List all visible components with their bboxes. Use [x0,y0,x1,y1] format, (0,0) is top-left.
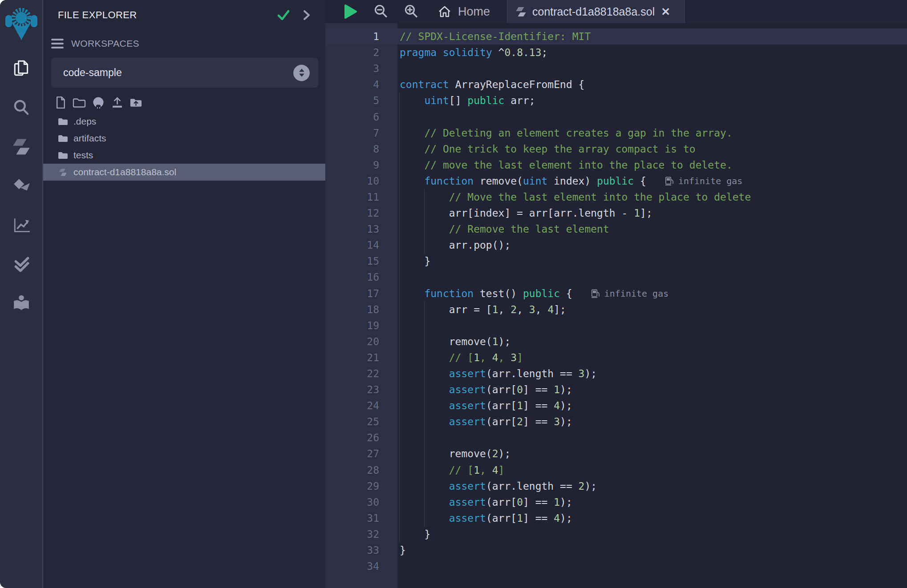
code-line-25[interactable]: 25 assert(arr[2] == 3); [325,414,907,430]
code-line-3[interactable]: 3 [325,60,907,77]
tab-contract-file[interactable]: contract-d1a8818a8a.sol ✕ [507,0,685,23]
editor-tab-bar: Home contract-d1a8818a8a.sol ✕ [325,0,907,23]
gas-badge-label: infinite gas [604,288,669,299]
code-line-26[interactable]: 26 [325,430,907,446]
check-icon[interactable] [276,8,291,22]
code-line-1[interactable]: 1// SPDX-License-Identifier: MIT [325,28,907,44]
line-number: 7 [325,127,379,139]
tree-item-label: contract-d1a8818a8a.sol [73,167,176,177]
line-number: 29 [325,480,379,492]
code-text: // [1, 4] [379,464,504,476]
chevron-right-icon[interactable] [300,9,313,21]
code-line-19[interactable]: 19 [325,318,907,334]
file-explorer-icon[interactable] [0,49,42,88]
workspace-select[interactable]: code-sample [51,58,318,88]
line-number: 18 [325,304,379,315]
code-text: function remove(uint index) public { [379,175,646,187]
code-line-18[interactable]: 18 arr = [1, 2, 3, 4]; [325,302,907,318]
home-icon [437,5,452,18]
code-line-10[interactable]: 10 function remove(uint index) public {i… [325,173,907,189]
tree-folder-.deps[interactable]: .deps [43,113,325,130]
new-file-icon[interactable] [55,96,67,109]
infinite-gas-badge: infinite gas [591,288,669,299]
code-line-24[interactable]: 24 assert(arr[1] == 4); [325,398,907,414]
code-text: // SPDX-License-Identifier: MIT [379,31,591,42]
line-number: 19 [325,320,379,331]
code-line-23[interactable]: 23 assert(arr[0] == 1); [325,382,907,398]
play-icon[interactable] [342,4,358,20]
code-text: uint[] public arr; [379,95,535,106]
code-text: // Move the last element into the place … [379,191,751,203]
code-line-22[interactable]: 22 assert(arr.length == 3); [325,366,907,382]
github-icon[interactable] [92,96,105,109]
code-text: assert(arr.length == 2); [379,480,597,492]
line-number: 12 [325,207,379,219]
code-line-27[interactable]: 27 remove(2); [325,446,907,462]
unit-testing-icon[interactable] [0,245,42,284]
tree-folder-artifacts[interactable]: artifacts [43,130,325,147]
code-line-15[interactable]: 15 } [325,253,907,269]
line-number: 16 [325,271,379,283]
code-line-5[interactable]: 5 uint[] public arr; [325,93,907,109]
workspace-selected-value: code-sample [63,67,122,79]
code-text: assert(arr[0] == 1); [379,384,572,395]
solidity-compiler-icon[interactable] [0,127,42,166]
code-line-14[interactable]: 14 arr.pop(); [325,237,907,253]
analytics-icon[interactable] [0,205,42,245]
tree-item-label: artifacts [73,133,106,144]
workspaces-menu-icon[interactable] [51,39,64,48]
code-line-11[interactable]: 11 // Move the last element into the pla… [325,189,907,205]
close-tab-icon[interactable]: ✕ [661,6,670,17]
code-line-32[interactable]: 32 } [325,526,907,542]
file-toolbar [55,95,325,109]
code-text: } [379,544,406,556]
upload-folder-icon[interactable] [130,97,142,108]
line-number: 24 [325,400,379,411]
code-text: assert(arr[2] == 3); [379,416,572,427]
zoom-in-icon[interactable] [404,4,419,19]
code-line-20[interactable]: 20 remove(1); [325,334,907,350]
code-line-30[interactable]: 30 assert(arr[0] == 1); [325,494,907,510]
code-line-28[interactable]: 28 // [1, 4] [325,462,907,478]
line-number: 11 [325,191,379,203]
zoom-out-icon[interactable] [373,4,389,19]
code-line-34[interactable]: 34 [325,558,907,574]
upload-file-icon[interactable] [111,96,124,109]
workspaces-label: WORKSPACES [71,38,139,49]
tree-file-contract-d1a8818a8a.sol[interactable]: contract-d1a8818a8a.sol [43,164,325,181]
code-line-9[interactable]: 9 // move the last element into the plac… [325,157,907,173]
code-text: } [379,528,430,540]
line-number: 10 [325,175,379,187]
code-line-17[interactable]: 17 function test() public {infinite gas [325,286,907,302]
code-editor[interactable]: 1// SPDX-License-Identifier: MIT2pragma … [325,23,907,588]
tab-home[interactable]: Home [437,0,490,23]
code-line-16[interactable]: 16 [325,269,907,285]
code-line-7[interactable]: 7 // Deleting an element creates a gap i… [325,125,907,141]
code-line-2[interactable]: 2pragma solidity ^0.8.13; [325,44,907,60]
line-number: 3 [325,63,379,74]
code-line-13[interactable]: 13 // Remove the last element [325,221,907,237]
line-number: 14 [325,239,379,251]
line-number: 9 [325,159,379,171]
code-line-21[interactable]: 21 // [1, 4, 3] [325,350,907,366]
code-text: pragma solidity ^0.8.13; [379,47,547,58]
line-number: 5 [325,95,379,106]
search-icon[interactable] [0,88,42,127]
code-text: arr.pop(); [379,239,510,251]
line-number: 23 [325,384,379,395]
code-line-31[interactable]: 31 assert(arr[1] == 4); [325,510,907,526]
code-line-29[interactable]: 29 assert(arr.length == 2); [325,478,907,494]
code-text: assert(arr.length == 3); [379,368,597,379]
code-line-8[interactable]: 8 // One trick to keep the array compact… [325,141,907,157]
remix-logo-icon[interactable] [5,4,37,42]
code-line-12[interactable]: 12 arr[index] = arr[arr.length - 1]; [325,205,907,221]
code-line-4[interactable]: 4contract ArrayReplaceFromEnd { [325,77,907,93]
tree-folder-tests[interactable]: tests [43,147,325,164]
new-folder-icon[interactable] [73,97,86,109]
solidity-file-icon [515,6,526,17]
code-line-6[interactable]: 6 [325,109,907,125]
deploy-run-icon[interactable] [0,166,42,205]
code-line-33[interactable]: 33} [325,542,907,558]
line-number: 33 [325,544,379,556]
learneth-icon[interactable] [0,284,42,323]
